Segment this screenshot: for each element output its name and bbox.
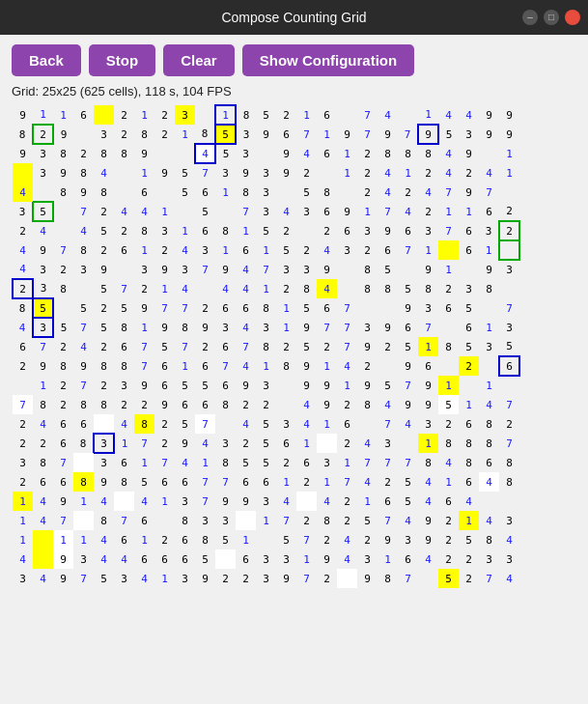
table-row: 4 xyxy=(317,279,337,298)
table-row: 1 xyxy=(378,549,398,569)
table-row: 4 xyxy=(337,356,357,376)
table-row: 8 xyxy=(53,279,73,298)
table-row: 7 xyxy=(195,260,215,279)
table-row xyxy=(73,279,94,298)
table-row: 8 xyxy=(94,356,114,376)
table-row: 7 xyxy=(195,163,215,183)
table-row: 7 xyxy=(378,202,398,221)
table-row: 4 xyxy=(33,221,53,240)
table-row xyxy=(53,221,73,240)
table-row: 7 xyxy=(215,356,236,376)
table-row: 9 xyxy=(357,337,378,356)
table-row: 2 xyxy=(337,434,357,453)
table-row: 4 xyxy=(378,395,398,414)
table-row: 6 xyxy=(53,434,73,453)
table-row: 9 xyxy=(53,125,73,144)
table-row: 1 xyxy=(256,511,276,530)
table-row: 1 xyxy=(175,125,195,144)
back-button[interactable]: Back xyxy=(12,44,81,76)
table-row: 2 xyxy=(114,105,134,125)
table-row: 4 xyxy=(13,549,33,569)
table-row: 6 xyxy=(317,298,337,318)
maximize-button[interactable]: □ xyxy=(544,10,559,25)
table-row: 4 xyxy=(114,202,134,221)
table-row xyxy=(73,453,94,472)
table-row: 9 xyxy=(236,492,256,511)
table-row: 3 xyxy=(13,453,33,472)
table-row xyxy=(114,492,134,511)
table-row: 5 xyxy=(398,279,418,298)
table-row: 7 xyxy=(195,492,215,511)
table-row: 5 xyxy=(256,414,276,434)
table-row: 1 xyxy=(276,298,296,318)
stop-button[interactable]: Stop xyxy=(89,44,155,76)
table-row: 6 xyxy=(256,472,276,492)
table-row: 8 xyxy=(256,298,276,318)
table-row: 3 xyxy=(499,549,519,569)
minimize-button[interactable]: – xyxy=(522,10,538,25)
table-row: 2 xyxy=(114,395,134,414)
table-row: 2 xyxy=(154,125,175,144)
table-row: 5 xyxy=(94,569,114,588)
title-bar: Compose Counting Grid – □ xyxy=(0,0,588,35)
table-row: 1 xyxy=(175,356,195,376)
table-row: 2 xyxy=(276,279,296,298)
table-row: 9 xyxy=(418,511,438,530)
table-row: 2 xyxy=(33,434,53,453)
table-row: 5 xyxy=(438,395,459,414)
clear-button[interactable]: Clear xyxy=(163,44,235,76)
close-button[interactable] xyxy=(565,10,580,25)
table-row: 5 xyxy=(357,511,378,530)
table-row: 3 xyxy=(73,549,94,569)
table-row xyxy=(256,144,276,163)
table-row: 5 xyxy=(215,125,236,144)
table-row: 4 xyxy=(357,472,378,492)
table-row: 9 xyxy=(13,105,33,125)
table-row: 8 xyxy=(215,221,236,240)
table-row: 2 xyxy=(154,414,175,434)
table-row xyxy=(418,569,438,588)
table-row: 8 xyxy=(33,453,53,472)
table-row xyxy=(479,144,499,163)
table-row: 6 xyxy=(13,337,33,356)
table-row: 9 xyxy=(459,183,479,202)
table-row: 6 xyxy=(236,472,256,492)
table-row xyxy=(479,298,499,318)
config-button[interactable]: Show Configuration xyxy=(242,44,414,76)
table-row: 2 xyxy=(276,453,296,472)
table-row: 8 xyxy=(73,472,94,492)
table-row: 3 xyxy=(479,549,499,569)
table-row: 4 xyxy=(134,492,154,511)
table-row: 3 xyxy=(154,221,175,240)
table-row: 7 xyxy=(154,453,175,472)
table-row: 6 xyxy=(236,549,256,569)
table-row: 9 xyxy=(479,260,499,279)
table-row xyxy=(276,183,296,202)
table-row: 7 xyxy=(296,125,317,144)
table-row: 6 xyxy=(236,298,256,318)
table-row: 8 xyxy=(195,530,215,549)
table-row: 4 xyxy=(94,549,114,569)
table-row: 3 xyxy=(256,549,276,569)
table-row: 6 xyxy=(73,414,94,434)
table-row: 2 xyxy=(53,376,73,395)
table-row xyxy=(73,125,94,144)
table-row: 8 xyxy=(317,183,337,202)
table-row: 4 xyxy=(479,163,499,183)
table-row: 4 xyxy=(13,260,33,279)
table-row: 2 xyxy=(256,395,276,414)
table-row: 2 xyxy=(195,298,215,318)
table-row: 8 xyxy=(276,356,296,376)
table-row: 7 xyxy=(33,337,53,356)
table-row: 9 xyxy=(398,356,418,376)
table-row: 1 xyxy=(256,279,276,298)
table-row xyxy=(357,298,378,318)
table-row: 6 xyxy=(438,492,459,511)
table-row: 2 xyxy=(438,414,459,434)
table-row xyxy=(195,279,215,298)
table-row: 5 xyxy=(134,472,154,492)
table-row: 4 xyxy=(276,492,296,511)
table-row: 8 xyxy=(296,279,317,298)
table-row: 8 xyxy=(378,569,398,588)
table-row: 1 xyxy=(195,453,215,472)
